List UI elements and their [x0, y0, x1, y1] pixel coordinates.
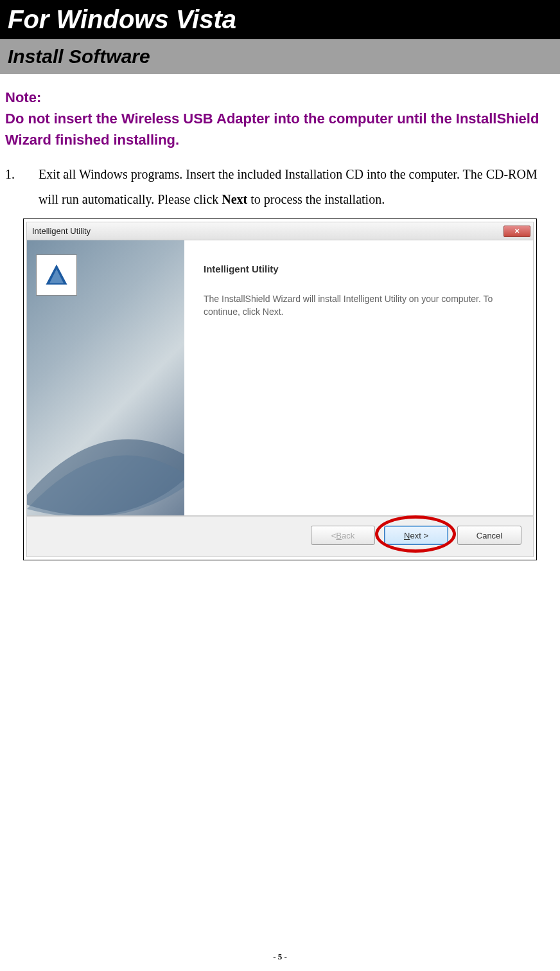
step-text: Exit all Windows programs. Insert the in… — [39, 162, 555, 212]
page-subtitle-bar: Install Software — [0, 39, 560, 74]
dialog-titlebar: Intelligent Utility ✕ — [26, 222, 534, 240]
cancel-button[interactable]: Cancel — [457, 526, 521, 545]
close-icon: ✕ — [514, 227, 520, 235]
next-suffix: ext > — [410, 531, 428, 540]
step-1: 1. Exit all Windows programs. Insert the… — [5, 162, 555, 212]
cancel-label: Cancel — [477, 531, 502, 540]
back-prefix: < — [331, 531, 337, 540]
installer-dialog: Intelligent Utility ✕ — [26, 222, 534, 557]
close-button[interactable]: ✕ — [503, 226, 530, 237]
dialog-body: Intelligent Utility The InstallShield Wi… — [26, 240, 534, 516]
note-block: Note: Do not insert the Wireless USB Ada… — [5, 87, 555, 150]
dialog-title: Intelligent Utility — [32, 226, 91, 236]
step-text-bold: Next — [222, 192, 247, 206]
back-suffix: ack — [342, 531, 354, 540]
dialog-description: The InstallShield Wizard will install In… — [204, 292, 514, 319]
page-subtitle: Install Software — [8, 46, 552, 67]
page-title: For Windows Vista — [8, 5, 552, 34]
page-number: - 5 - — [0, 952, 560, 962]
next-button[interactable]: Next > — [384, 526, 448, 545]
page-title-bar: For Windows Vista — [0, 0, 560, 39]
screenshot-container: Intelligent Utility ✕ — [23, 218, 537, 560]
back-access: B — [336, 531, 342, 540]
installer-logo — [36, 254, 77, 296]
next-access: N — [404, 531, 410, 540]
step-number: 1. — [5, 162, 39, 212]
back-button[interactable]: < Back — [311, 526, 375, 545]
note-label: Note: — [5, 87, 555, 108]
step-text-after: to process the installation. — [247, 192, 385, 206]
dialog-footer: < Back Next > Cancel — [26, 516, 534, 557]
page-content: Note: Do not insert the Wireless USB Ada… — [0, 74, 560, 560]
note-body: Do not insert the Wireless USB Adapter i… — [5, 108, 555, 150]
dialog-heading: Intelligent Utility — [204, 263, 514, 274]
dialog-main: Intelligent Utility The InstallShield Wi… — [184, 240, 533, 515]
sidebar-decorative-shape — [27, 335, 184, 515]
installshield-icon — [42, 261, 71, 289]
dialog-sidebar — [27, 240, 184, 515]
